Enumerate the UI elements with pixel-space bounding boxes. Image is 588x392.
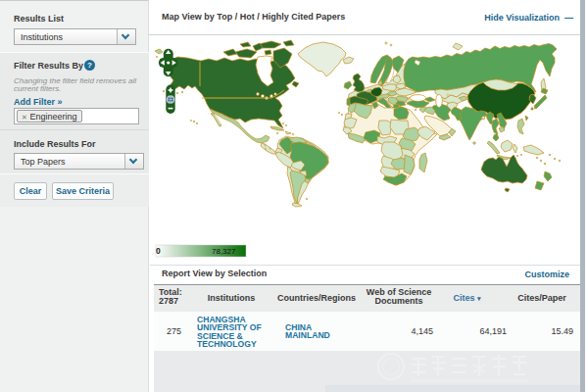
svg-text:78,327: 78,327	[212, 247, 236, 256]
svg-text:0: 0	[156, 246, 161, 256]
